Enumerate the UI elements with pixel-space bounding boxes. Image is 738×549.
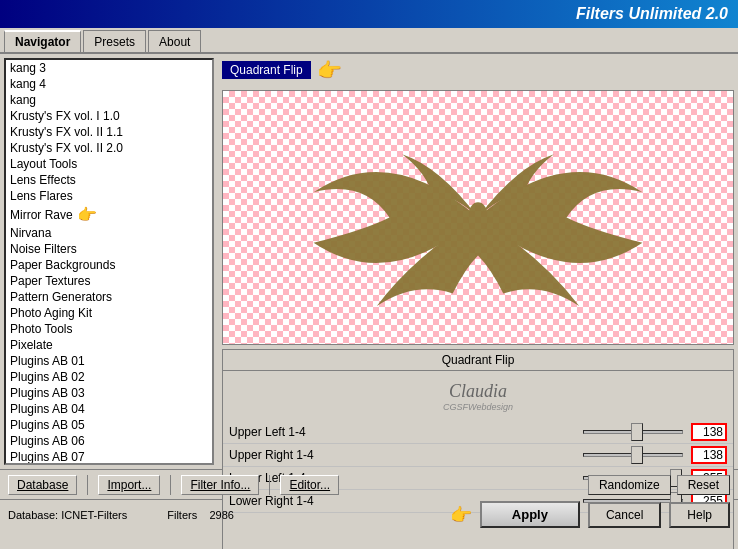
pointer-icon: 👉 bbox=[317, 58, 342, 82]
list-item-pluginsAB05[interactable]: Plugins AB 05 bbox=[6, 417, 212, 433]
filter-preview bbox=[222, 90, 734, 345]
help-button[interactable]: Help bbox=[669, 502, 730, 528]
list-item-noiseFilters[interactable]: Noise Filters bbox=[6, 241, 212, 257]
list-item-lensFlares[interactable]: Lens Flares bbox=[6, 188, 212, 204]
param-value-upperLeft: 138 bbox=[691, 423, 727, 441]
tab-bar: Navigator Presets About bbox=[0, 28, 738, 54]
tab-about[interactable]: About bbox=[148, 30, 201, 52]
separator-1 bbox=[87, 475, 88, 495]
filters-status: Filters 2986 bbox=[167, 509, 234, 521]
params-header: Quadrant Flip bbox=[223, 350, 733, 371]
signature-area: Claudia CGSFWebdesign bbox=[223, 371, 733, 421]
list-item-kang3[interactable]: kang 3 bbox=[6, 60, 212, 76]
filter-list: kang 3kang 4kangKrusty's FX vol. I 1.0Kr… bbox=[4, 58, 214, 465]
filter-info-button[interactable]: Filter Info... bbox=[181, 475, 259, 495]
randomize-button[interactable]: Randomize bbox=[588, 475, 671, 495]
list-item-kang[interactable]: kang bbox=[6, 92, 212, 108]
app-title: Filters Unlimited 2.0 bbox=[576, 5, 728, 23]
list-item-pluginsAB01[interactable]: Plugins AB 01 bbox=[6, 353, 212, 369]
list-item-krustyFX1[interactable]: Krusty's FX vol. I 1.0 bbox=[6, 108, 212, 124]
editor-button[interactable]: Editor... bbox=[280, 475, 339, 495]
separator-3 bbox=[269, 475, 270, 495]
list-item-pluginsAB04[interactable]: Plugins AB 04 bbox=[6, 401, 212, 417]
right-panel: Quadrant Flip 👉 bbox=[218, 54, 738, 469]
separator-2 bbox=[170, 475, 171, 495]
list-item-photoTools[interactable]: Photo Tools bbox=[6, 321, 212, 337]
title-bar: Filters Unlimited 2.0 bbox=[0, 0, 738, 28]
param-slider-upperRight[interactable] bbox=[583, 453, 683, 457]
cancel-button[interactable]: Cancel bbox=[588, 502, 661, 528]
apply-button[interactable]: Apply bbox=[480, 501, 580, 528]
list-item-nirvana[interactable]: Nirvana bbox=[6, 225, 212, 241]
list-item-pixelate[interactable]: Pixelate bbox=[6, 337, 212, 353]
list-item-pluginsAB07[interactable]: Plugins AB 07 bbox=[6, 449, 212, 465]
param-row-upperLeft: Upper Left 1-4138 bbox=[223, 421, 733, 444]
preview-svg bbox=[223, 91, 733, 344]
list-item-krustyFX2[interactable]: Krusty's FX vol. II 1.1 bbox=[6, 124, 212, 140]
tab-navigator[interactable]: Navigator bbox=[4, 30, 81, 52]
apply-hand-icon: 👉 bbox=[450, 504, 472, 526]
list-item-kang4[interactable]: kang 4 bbox=[6, 76, 212, 92]
tab-presets[interactable]: Presets bbox=[83, 30, 146, 52]
quadrant-flip-button[interactable]: Quadrant Flip bbox=[222, 61, 311, 79]
list-item-lensEffects[interactable]: Lens Effects bbox=[6, 172, 212, 188]
param-slider-upperLeft[interactable] bbox=[583, 430, 683, 434]
list-item-pluginsAB06[interactable]: Plugins AB 06 bbox=[6, 433, 212, 449]
list-item-pluginsAB03[interactable]: Plugins AB 03 bbox=[6, 385, 212, 401]
param-label-upperLeft: Upper Left 1-4 bbox=[229, 425, 575, 439]
params-rows-container: Upper Left 1-4138Upper Right 1-4138Lower… bbox=[223, 421, 733, 513]
list-item-paperBackgrounds[interactable]: Paper Backgrounds bbox=[6, 257, 212, 273]
filter-header-row: Quadrant Flip 👉 bbox=[222, 58, 734, 82]
list-item-mirrorRave[interactable]: Mirror Rave👉 bbox=[6, 204, 212, 225]
param-value-upperRight: 138 bbox=[691, 446, 727, 464]
param-label-upperRight: Upper Right 1-4 bbox=[229, 448, 575, 462]
signature-text: Claudia bbox=[443, 381, 513, 402]
list-item-patternGenerators[interactable]: Pattern Generators bbox=[6, 289, 212, 305]
list-item-krustyFX3[interactable]: Krusty's FX vol. II 2.0 bbox=[6, 140, 212, 156]
signature-subtext: CGSFWebdesign bbox=[443, 402, 513, 412]
list-item-layoutTools[interactable]: Layout Tools bbox=[6, 156, 212, 172]
param-row-upperRight: Upper Right 1-4138 bbox=[223, 444, 733, 467]
arrow-icon: 👉 bbox=[77, 205, 97, 224]
reset-button[interactable]: Reset bbox=[677, 475, 730, 495]
list-item-pluginsAB02[interactable]: Plugins AB 02 bbox=[6, 369, 212, 385]
import-button[interactable]: Import... bbox=[98, 475, 160, 495]
list-item-paperTextures[interactable]: Paper Textures bbox=[6, 273, 212, 289]
list-item-photoAgingKit[interactable]: Photo Aging Kit bbox=[6, 305, 212, 321]
database-status: Database: ICNET-Filters bbox=[8, 509, 127, 521]
database-button[interactable]: Database bbox=[8, 475, 77, 495]
